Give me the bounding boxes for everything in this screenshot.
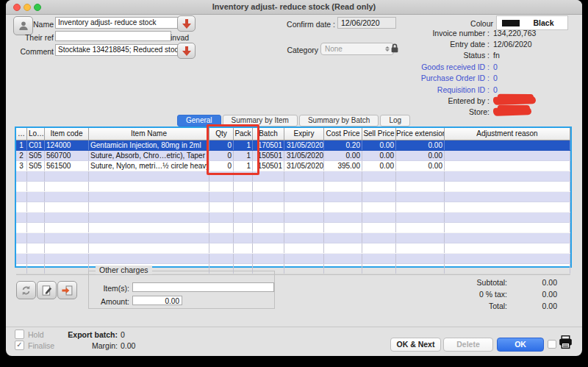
table-cell: 31/05/2020 xyxy=(284,151,324,160)
info-label: Invoice number : xyxy=(338,29,490,38)
zoom-window-icon[interactable] xyxy=(34,4,41,11)
table-row[interactable]: 2S05560700Suture, Absorb, Chro…etric), T… xyxy=(16,151,570,161)
info-value xyxy=(493,96,536,106)
column-header[interactable]: Expiry xyxy=(284,128,324,140)
info-row: Entry date :12/06/2020 xyxy=(338,38,567,49)
ok-next-button[interactable]: OK & Next xyxy=(390,338,441,352)
tab-log[interactable]: Log xyxy=(380,115,410,127)
edit-note-button[interactable] xyxy=(37,281,57,299)
info-value: 12/06/2020 xyxy=(493,40,532,49)
margin-value: 0.00 xyxy=(121,341,135,350)
export-batch-value: 0 xyxy=(121,330,125,339)
column-header[interactable]: Item code xyxy=(45,128,89,140)
column-header[interactable]: Sell Price xyxy=(362,128,396,140)
table-cell: C01 xyxy=(27,140,45,150)
colour-value: Black xyxy=(520,18,567,27)
print-checkbox[interactable] xyxy=(548,340,556,349)
name-input[interactable]: Inventory adjust- reduce stock xyxy=(55,17,179,29)
table-cell: 0.00 xyxy=(324,151,362,160)
column-header[interactable]: Lo… xyxy=(27,128,45,140)
column-header[interactable]: Qty xyxy=(209,128,234,140)
table-cell: 0 xyxy=(209,161,234,171)
total-row: 0 % tax:0.00 xyxy=(412,288,557,300)
margin-row: Margin: 0.00 xyxy=(44,340,135,351)
table-cell: 1 xyxy=(234,161,253,171)
info-value[interactable]: 0 xyxy=(493,63,498,71)
info-value[interactable]: 0 xyxy=(493,85,498,94)
printer-icon[interactable] xyxy=(558,335,573,350)
column-header[interactable]: Cost Price xyxy=(324,128,362,140)
name-history-button[interactable] xyxy=(177,15,196,32)
table-cell: 1 xyxy=(234,151,253,160)
info-label: Status : xyxy=(338,51,490,60)
title-bar[interactable]: Inventory adjust- reduce stock (Read onl… xyxy=(6,0,582,15)
amount-input[interactable]: 0.00 xyxy=(132,296,182,305)
minimize-window-icon[interactable] xyxy=(24,4,31,11)
export-batch-row: Export batch: 0 xyxy=(44,329,135,340)
table-cell: 0.00 xyxy=(362,161,396,171)
items-charge-label: Item(s): xyxy=(93,284,129,293)
total-value: 0.00 xyxy=(507,290,557,299)
total-label: 0 % tax: xyxy=(412,290,507,299)
table-cell: 395.00 xyxy=(324,161,362,171)
table-cell: 0.00 xyxy=(362,151,396,160)
info-row: Status :fn xyxy=(338,50,567,61)
refresh-button[interactable] xyxy=(16,281,36,299)
empty-row xyxy=(16,182,570,192)
column-header[interactable]: Item Name xyxy=(89,128,209,140)
empty-row xyxy=(16,254,570,264)
import-document-icon xyxy=(61,285,74,296)
column-header[interactable]: Batch xyxy=(253,128,284,140)
tab-summary-by-batch[interactable]: Summary by Batch xyxy=(299,115,379,127)
hold-label: Hold xyxy=(28,330,44,339)
red-down-arrow-icon xyxy=(182,19,191,29)
empty-row xyxy=(16,233,570,243)
info-row: Goods received ID :0 xyxy=(338,61,567,72)
table-cell: Suture, Nylon, metri…½ circle heavy need… xyxy=(89,161,209,171)
their-ref-input[interactable] xyxy=(55,31,171,41)
table-cell: 0.00 xyxy=(396,140,445,150)
column-header[interactable]: Pack xyxy=(234,128,253,140)
table-cell: 170501 xyxy=(253,140,284,150)
invoice-info: Invoice number :134,220,763Entry date :1… xyxy=(338,27,567,118)
info-label: Requisition ID : xyxy=(338,85,490,94)
close-window-icon[interactable] xyxy=(13,4,21,11)
ok-button[interactable]: OK xyxy=(497,338,544,352)
table-row[interactable]: 1C01124000Gentamicin Injection, 80mg in … xyxy=(16,140,570,151)
table-cell: S05 xyxy=(27,161,45,171)
import-lines-button[interactable] xyxy=(57,281,77,299)
table-row[interactable]: 3S05561500Suture, Nylon, metri…½ circle … xyxy=(16,161,570,171)
info-value[interactable]: 0 xyxy=(493,74,498,82)
delete-button[interactable]: Delete xyxy=(443,338,493,352)
inventory-adjust-window: Inventory adjust- reduce stock (Read onl… xyxy=(6,0,582,356)
refresh-icon xyxy=(20,285,32,296)
total-row: Total:0.00 xyxy=(412,300,557,312)
column-header[interactable]: Price extension xyxy=(396,128,445,140)
name-label: Name xyxy=(24,20,54,29)
empty-row xyxy=(16,171,570,182)
comment-expand-button[interactable] xyxy=(177,43,196,59)
table-cell: 1 xyxy=(16,140,27,150)
tab-summary-by-item[interactable]: Summary by Item xyxy=(223,115,298,127)
colour-swatch xyxy=(502,20,520,26)
table-cell: 561500 xyxy=(45,161,89,171)
info-row: Requisition ID :0 xyxy=(338,84,567,95)
table-cell: 150501 xyxy=(253,161,284,171)
redaction-scribble xyxy=(493,96,536,105)
info-label: Goods received ID : xyxy=(338,63,490,71)
tab-bar: GeneralSummary by ItemSummary by BatchLo… xyxy=(177,115,410,127)
empty-row xyxy=(16,192,570,202)
comment-input[interactable]: Stocktake 134218845; Reduced stock xyxy=(55,44,179,56)
table-cell: S05 xyxy=(27,151,45,160)
table-header-row: …Lo…Item codeItem NameQtyPackBatchExpiry… xyxy=(16,128,570,140)
tab-general[interactable]: General xyxy=(177,115,221,127)
finalise-checkbox[interactable]: ✓ xyxy=(15,341,24,350)
column-header[interactable]: … xyxy=(16,128,27,140)
empty-row xyxy=(16,213,570,223)
confirm-date-label: Confirm date : xyxy=(262,20,335,29)
hold-checkbox[interactable] xyxy=(15,329,24,339)
column-header[interactable]: Adjustment reason xyxy=(445,128,570,140)
redaction-scribble xyxy=(493,107,531,116)
table-cell: 560700 xyxy=(45,151,89,160)
items-charge-input[interactable] xyxy=(132,282,274,292)
